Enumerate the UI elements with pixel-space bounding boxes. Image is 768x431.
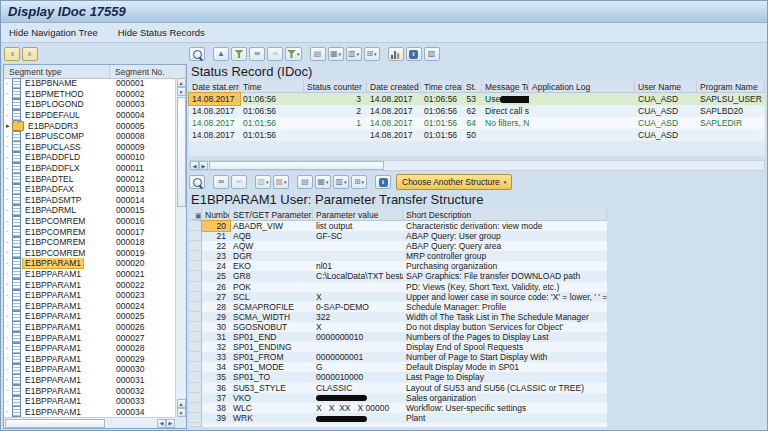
param-row[interactable]: 20ABADR_VIWlist outputCharacteristic der… xyxy=(189,221,607,231)
tree-row[interactable]: ·E1BPPARAM1000028 xyxy=(4,343,175,354)
filter-icon[interactable] xyxy=(231,47,247,61)
tree-row[interactable]: ·E1BPADSMTP000014 xyxy=(4,195,175,206)
dropdown-arrow-icon[interactable]: ▾ xyxy=(374,52,377,57)
scroll-thumb[interactable] xyxy=(177,97,186,207)
print-preview-icon[interactable]: ▧ xyxy=(424,47,440,61)
param-row[interactable]: 21AQBGF-SCABAP Query: User group xyxy=(189,231,607,241)
status-col-header[interactable]: Date stat.error xyxy=(189,81,240,93)
tree-row[interactable]: ·E1BPUCLASS000009 xyxy=(4,142,175,153)
row-selector[interactable] xyxy=(189,221,202,231)
row-selector[interactable] xyxy=(189,342,202,352)
row-selector[interactable] xyxy=(189,312,202,322)
tree-row[interactable]: ·E1BPPARAM1000024 xyxy=(4,300,175,311)
tree-row[interactable]: ·E1BPPARAM1000031 xyxy=(4,375,175,386)
tree-row[interactable]: ·E1BPPARAM1000029 xyxy=(4,353,175,364)
dropdown-arrow-icon[interactable]: ▾ xyxy=(326,180,329,185)
row-selector[interactable] xyxy=(189,403,202,413)
row-selector[interactable] xyxy=(189,372,202,382)
row-selector[interactable] xyxy=(189,322,202,332)
param-row[interactable]: 32SP01_ENDINGDisplay End of Spool Reques… xyxy=(189,342,607,352)
param-col-header[interactable]: Parameter value xyxy=(313,209,403,221)
status-col-header[interactable]: Time xyxy=(240,81,304,93)
scroll-up-icon[interactable]: ▲ xyxy=(177,399,186,408)
insert-line-icon[interactable]: ▨▾ xyxy=(255,175,271,189)
param-col-header[interactable]: ▣ xyxy=(189,209,202,221)
tree-row[interactable]: ·E1BPPARAM1000030 xyxy=(4,364,175,375)
detail-icon[interactable] xyxy=(189,47,205,61)
param-row[interactable]: 30SGOSNOBUTXDo not display button 'Servi… xyxy=(189,322,607,332)
param-col-header[interactable]: Short Description xyxy=(403,209,607,221)
file-export-icon[interactable]: ▥▾ xyxy=(346,47,362,61)
dropdown-arrow-icon[interactable]: ▾ xyxy=(297,52,300,57)
find-icon[interactable]: ∞ xyxy=(213,175,229,189)
status-col-header[interactable]: Message Text xyxy=(482,81,529,93)
status-row[interactable]: 14.08.201701:01:56114.08.201701:01:5664N… xyxy=(189,117,765,129)
tree-row[interactable]: ·E1BPADDFLX000011 xyxy=(4,163,175,174)
table-settings-icon[interactable]: ⊞▾ xyxy=(351,175,367,189)
sort-ascending-icon[interactable]: ▲ xyxy=(213,47,229,61)
param-row[interactable]: 29SCMA_WIDTH322Width of The Task List in… xyxy=(189,312,607,322)
tree-row[interactable]: ·E1BPCOMREM000018 xyxy=(4,237,175,248)
param-col-header[interactable]: SET/GET Parameter ID xyxy=(230,209,313,221)
hide-navigation-tree-button[interactable]: Hide Navigation Tree xyxy=(9,27,98,38)
tree-vertical-scrollbar[interactable]: ▲ ▼ ▲ ▼ xyxy=(175,78,186,417)
row-selector[interactable] xyxy=(189,393,202,403)
row-selector[interactable] xyxy=(189,261,202,271)
param-row[interactable]: 31SP01_END0000000010Numbers of the Pages… xyxy=(189,332,607,342)
status-row[interactable]: 14.08.201701:01:5614.08.201701:01:5650CU… xyxy=(189,129,765,141)
dropdown-arrow-icon[interactable]: ▾ xyxy=(357,52,360,57)
tree-row[interactable]: ·E1BPPARAM1000034 xyxy=(4,406,175,417)
status-col-header[interactable]: St. xyxy=(463,81,482,93)
dropdown-arrow-icon[interactable]: ▾ xyxy=(339,52,342,57)
dropdown-arrow-icon[interactable]: ▾ xyxy=(266,180,269,185)
tree-row[interactable]: ·E1BPDEFAUL000004 xyxy=(4,110,175,121)
status-row[interactable]: 14.08.201701:06:56314.08.201701:06:5653U… xyxy=(189,93,765,105)
info-icon[interactable]: i xyxy=(406,47,422,61)
param-row[interactable]: 27SCLXUpper and lower case in source cod… xyxy=(189,292,607,302)
choose-another-structure-button[interactable]: Choose Another Structure▾ xyxy=(396,174,512,190)
row-selector[interactable] xyxy=(189,231,202,241)
tree-row[interactable]: ·E1BPADRML000015 xyxy=(4,205,175,216)
scroll-right-icon[interactable]: ▶ xyxy=(166,419,175,428)
row-selector[interactable] xyxy=(189,332,202,342)
tree-row[interactable]: ·E1BPPARAM1000021 xyxy=(4,269,175,280)
tree-col-segment-no[interactable]: Segment No. xyxy=(110,65,186,78)
param-col-header[interactable]: Number xyxy=(202,209,230,221)
tree-row[interactable]: ·E1BPPARAM1000022 xyxy=(4,279,175,290)
status-row[interactable]: 14.08.201701:06:56214.08.201701:06:5662D… xyxy=(189,105,765,117)
tree-horizontal-scrollbar[interactable]: ∙∙ ◀ ▶ xyxy=(4,417,175,428)
status-col-header[interactable]: Time created xyxy=(421,81,463,93)
scroll-down-icon[interactable]: ▼ xyxy=(177,87,186,96)
tree-row[interactable]: ·E1BPPARAM1000026 xyxy=(4,322,175,333)
expand-structure-icon[interactable]: ▣ xyxy=(192,211,202,220)
scroll-left-icon[interactable]: ◀ xyxy=(157,419,166,428)
find-next-icon[interactable]: ∞ xyxy=(267,47,283,61)
collapse-all-icon[interactable]: » xyxy=(4,47,20,61)
tree-col-segment-type[interactable]: Segment type xyxy=(4,65,110,78)
row-selector[interactable] xyxy=(189,352,202,362)
row-selector[interactable] xyxy=(189,282,202,292)
scroll-up-icon[interactable]: ▲ xyxy=(177,78,186,87)
tree-row[interactable]: ·E1BPADTEL000012 xyxy=(4,173,175,184)
table-settings-icon[interactable]: ⊞▾ xyxy=(364,47,380,61)
expand-arrow-icon[interactable]: ▸ xyxy=(6,122,10,130)
status-col-header[interactable]: Application Log xyxy=(529,81,635,93)
tree-row[interactable]: ·E1BPPARAM1000027 xyxy=(4,332,175,343)
graphic-icon[interactable] xyxy=(388,47,404,61)
tree-row[interactable]: ·E1BPUSCOMP000008 xyxy=(4,131,175,142)
row-selector[interactable] xyxy=(189,251,202,261)
row-selector[interactable] xyxy=(189,383,202,393)
dropdown-arrow-icon[interactable]: ▾ xyxy=(344,180,347,185)
export-icon[interactable]: ▦▾ xyxy=(328,47,344,61)
param-row[interactable]: 38WLCX X XX X 00000Workflow: User-specif… xyxy=(189,403,607,413)
status-col-header[interactable]: Status counter xyxy=(304,81,367,93)
file-export-icon[interactable]: ▥▾ xyxy=(333,175,349,189)
param-row[interactable]: 24EKOnl01Purchasing organization xyxy=(189,261,607,271)
tree-row[interactable]: ·E1BPPARAM1000032 xyxy=(4,385,175,396)
tree-row[interactable]: ·E1BPBNAME000001 xyxy=(4,78,175,89)
param-row[interactable]: 33SP01_FROM0000000001Number of Page to S… xyxy=(189,352,607,362)
param-row[interactable]: 22AQWABAP Query: Query area xyxy=(189,241,607,251)
param-row[interactable]: 28SCMAPROFILE0-SAP-DEMOSchedule Manager:… xyxy=(189,302,607,312)
tree-row[interactable]: ·E1BPADFAX000013 xyxy=(4,184,175,195)
tree-row[interactable]: ·E1BPPARAM1000020 xyxy=(4,258,175,269)
